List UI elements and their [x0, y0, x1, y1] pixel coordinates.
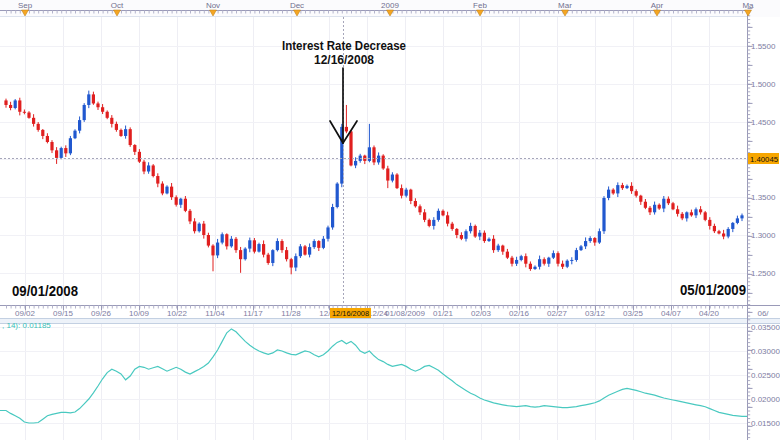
candle: [234, 239, 237, 250]
candle: [579, 246, 582, 250]
candle: [552, 253, 555, 258]
candle: [515, 260, 518, 264]
candle: [423, 212, 426, 220]
candle: [538, 259, 541, 267]
candle: [731, 223, 734, 229]
candle: [41, 130, 44, 136]
candle: [478, 233, 481, 237]
candle: [685, 212, 688, 218]
price-axis-label: 1.5500: [751, 42, 776, 51]
candle: [460, 235, 463, 239]
candle: [662, 199, 665, 209]
candle: [133, 145, 136, 152]
indicator-axis-label: 0.01500: [751, 419, 780, 428]
candle: [27, 113, 30, 118]
indicator-axis-label: 0.02000: [751, 395, 780, 404]
candle: [221, 234, 224, 242]
candle: [138, 152, 141, 162]
candle: [110, 118, 113, 124]
candle: [630, 186, 633, 191]
month-label: Oct: [111, 1, 124, 10]
generated-chart-layers: SepOctNovDec2009FebMarAprMa09/0209/1509/…: [0, 0, 780, 440]
candle: [704, 212, 707, 220]
candle: [69, 138, 72, 153]
candle: [230, 239, 233, 247]
candle: [83, 105, 86, 120]
price-axis-label: 1.4500: [751, 118, 776, 127]
candle: [676, 209, 679, 214]
candle: [635, 191, 638, 196]
price-crosshair-badge: 1.40045: [748, 153, 779, 164]
candle: [648, 208, 651, 213]
candle: [681, 214, 684, 219]
candle: [699, 209, 702, 212]
candle: [382, 156, 385, 169]
candle: [253, 240, 256, 251]
candle: [584, 241, 587, 246]
candle: [170, 187, 173, 198]
candle: [658, 205, 661, 209]
candle: [106, 112, 109, 118]
candle: [414, 201, 417, 206]
candle: [474, 226, 477, 237]
candle: [405, 190, 408, 196]
candle: [391, 175, 394, 181]
candle: [717, 231, 720, 233]
candle: [506, 252, 509, 258]
candle: [331, 207, 334, 227]
candle: [290, 259, 293, 267]
candle: [694, 209, 697, 215]
month-label: Feb: [473, 1, 487, 10]
price-axis-label: 1.3000: [751, 231, 776, 240]
month-label: 2009: [381, 1, 399, 10]
indicator-pane[interactable]: [0, 324, 747, 440]
candle: [244, 249, 247, 260]
candle: [202, 224, 205, 235]
date-axis-label: 01/21: [433, 309, 454, 318]
candle: [23, 112, 26, 113]
candle: [621, 185, 624, 188]
candle: [501, 246, 504, 252]
candle: [740, 215, 743, 218]
annotation-title: Interest Rate Decrease: [282, 39, 406, 53]
candle: [593, 238, 596, 243]
candle: [492, 239, 495, 250]
candle: [497, 246, 500, 251]
price-axis-label: 1.2500: [751, 269, 776, 278]
candle: [464, 231, 467, 239]
month-label: Sep: [18, 1, 33, 10]
candle: [184, 199, 187, 211]
date-axis-label: 02/16: [509, 309, 530, 318]
candle: [543, 259, 546, 264]
candle: [18, 100, 21, 111]
range-end-label: 05/01/2009: [680, 281, 746, 298]
candle: [32, 118, 35, 124]
candle: [285, 250, 288, 259]
candle: [225, 234, 228, 246]
candle: [432, 220, 435, 226]
candle: [60, 148, 63, 158]
date-axis-label: 11/28: [281, 309, 301, 318]
price-crosshair-value: 1.40045: [750, 155, 779, 164]
candle: [257, 244, 260, 252]
candle: [294, 256, 297, 267]
candle: [271, 250, 274, 263]
candle: [377, 156, 380, 163]
candle: [129, 129, 132, 145]
candle: [308, 247, 311, 255]
date-axis-label: 02/27: [547, 309, 568, 318]
date-crosshair-value: 12/16/2008: [332, 309, 370, 318]
candle: [188, 211, 191, 222]
candle: [520, 256, 523, 260]
candle: [267, 255, 270, 263]
candle: [248, 240, 251, 248]
candle: [349, 131, 352, 165]
candle: [418, 206, 421, 212]
date-axis-label: 06/: [757, 309, 769, 318]
candle: [119, 130, 122, 136]
candle: [239, 250, 242, 259]
date-crosshair-badge: 12/16/2008: [330, 308, 371, 318]
candle: [216, 243, 219, 256]
candle: [708, 220, 711, 226]
candle: [179, 199, 182, 205]
